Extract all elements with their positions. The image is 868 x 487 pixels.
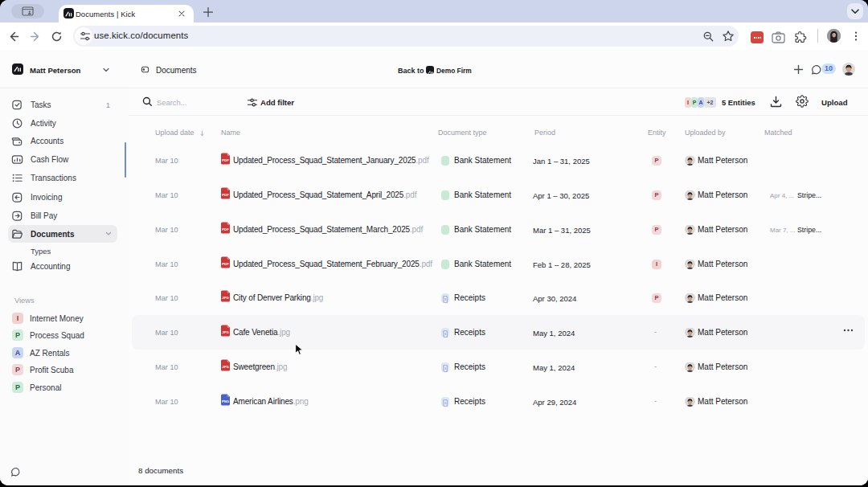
- svg-text:PDF: PDF: [222, 227, 229, 231]
- svg-text:JPG: JPG: [222, 330, 228, 334]
- svg-text:PDF: PDF: [222, 193, 229, 197]
- svg-text:PNG: PNG: [222, 399, 229, 403]
- svg-text:JPG: JPG: [222, 365, 228, 369]
- svg-text:PDF: PDF: [222, 158, 229, 162]
- svg-text:PDF: PDF: [222, 262, 229, 266]
- svg-text:JPG: JPG: [222, 296, 228, 300]
